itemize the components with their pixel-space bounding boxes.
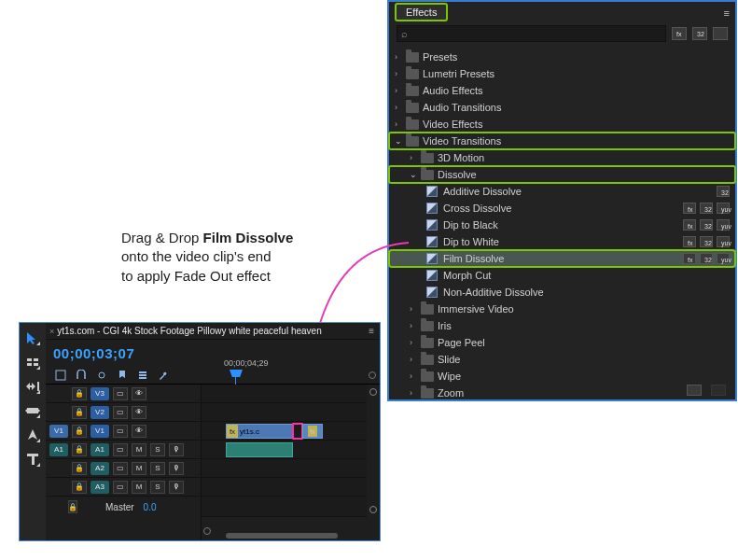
audio-clip[interactable] (226, 442, 293, 457)
close-seq-icon[interactable]: × (49, 327, 54, 336)
chevron-down-icon[interactable]: ⌄ (410, 170, 419, 179)
horizontal-scrollbar[interactable] (226, 533, 338, 539)
lane-a3[interactable] (202, 478, 367, 497)
voiceover-icon[interactable]: 🎙 (169, 481, 184, 494)
effects-folder-immersive-video[interactable]: ›Immersive Video (389, 301, 735, 317)
chevron-right-icon[interactable]: › (410, 304, 419, 314)
video-clip[interactable]: fx yt1s.c (226, 424, 293, 439)
type-tool-icon[interactable] (25, 452, 40, 467)
voiceover-icon[interactable]: 🎙 (169, 462, 184, 475)
timeline-canvas[interactable]: fx yt1s.c fx (201, 385, 380, 540)
effect-item-non-additive-dissolve[interactable]: Non-Additive Dissolve (389, 284, 735, 301)
effects-folder-iris[interactable]: ›Iris (389, 317, 735, 334)
effects-folder-wipe[interactable]: ›Wipe (389, 368, 735, 385)
panel-menu-icon[interactable]: ≡ (724, 7, 730, 19)
delete-icon[interactable] (711, 385, 726, 396)
lane-a2[interactable] (202, 459, 367, 478)
track-header-v1[interactable]: V1 🔒 V1 ▭ 👁 (46, 422, 201, 441)
chevron-right-icon[interactable]: › (395, 86, 404, 95)
effects-folder-video-transitions[interactable]: ⌄Video Transitions (389, 133, 735, 149)
slip-tool-icon[interactable] (25, 403, 40, 418)
chevron-right-icon[interactable]: › (410, 371, 419, 381)
markers-icon[interactable] (117, 370, 128, 381)
chevron-right-icon[interactable]: › (410, 338, 419, 347)
lock-icon[interactable]: 🔒 (72, 481, 87, 494)
toggle-output-icon[interactable]: ▭ (113, 387, 128, 400)
effects-folder-audio-effects[interactable]: ›Audio Effects (389, 82, 735, 99)
track-header-v2[interactable]: V1 🔒 V2 ▭ 👁 (46, 403, 201, 422)
timeline-panel-menu-icon[interactable]: ≡ (369, 326, 374, 336)
effect-item-dip-to-black[interactable]: Dip to Black (389, 217, 735, 233)
effect-item-cross-dissolve[interactable]: Cross Dissolve (389, 200, 735, 217)
toggle-output-icon[interactable]: ▭ (113, 462, 128, 475)
master-value[interactable]: 0.0 (144, 502, 157, 512)
chevron-right-icon[interactable]: › (395, 69, 404, 78)
32bit-icon[interactable] (692, 27, 707, 40)
effect-item-morph-cut[interactable]: Morph Cut (389, 267, 735, 284)
source-patch-a1[interactable]: A1 (49, 443, 68, 456)
new-bin-icon[interactable] (687, 385, 702, 396)
pen-tool-icon[interactable] (25, 427, 40, 442)
eye-icon[interactable]: 👁 (132, 406, 146, 419)
track-header-a1[interactable]: A1 🔒 A1 ▭ M S 🎙 (46, 441, 201, 459)
lock-icon[interactable]: 🔒 (68, 500, 77, 513)
chevron-right-icon[interactable]: › (395, 119, 404, 129)
lane-v3[interactable] (202, 385, 367, 403)
chevron-right-icon[interactable]: › (410, 321, 419, 330)
toggle-output-icon[interactable]: ▭ (113, 481, 128, 494)
track-header-a3[interactable]: A1 🔒 A3 ▭ M S 🎙 (46, 478, 201, 497)
lock-icon[interactable]: 🔒 (72, 443, 87, 456)
effects-folder-lumetri-presets[interactable]: ›Lumetri Presets (389, 65, 735, 82)
toggle-output-icon[interactable]: ▭ (113, 443, 128, 456)
chevron-right-icon[interactable]: › (410, 355, 419, 364)
ripple-edit-tool-icon[interactable] (25, 379, 40, 394)
chevron-right-icon[interactable]: › (410, 388, 419, 398)
track-header-v3[interactable]: V1 🔒 V3 ▭ 👁 (46, 385, 201, 403)
effects-folder-video-effects[interactable]: ›Video Effects (389, 116, 735, 133)
wrench-icon[interactable] (158, 370, 169, 381)
chevron-right-icon[interactable]: › (410, 153, 419, 162)
mute-button[interactable]: M (132, 443, 146, 456)
playhead-timecode[interactable]: 00;00;03;07 (53, 345, 201, 361)
vscroll-bot-dot[interactable] (369, 506, 377, 513)
lane-v1[interactable]: fx yt1s.c fx (202, 422, 367, 441)
scroll-indicator[interactable] (369, 371, 376, 379)
effects-folder-presets[interactable]: ›Presets (389, 49, 735, 65)
mute-button[interactable]: M (132, 462, 146, 475)
mute-button[interactable]: M (132, 481, 146, 494)
yuv-icon[interactable] (713, 27, 728, 40)
effects-search-input[interactable]: ⌕ (397, 25, 666, 42)
zoom-out-icon[interactable] (203, 527, 211, 535)
lane-master[interactable] (202, 497, 367, 517)
linked-selection-icon[interactable] (96, 370, 107, 381)
solo-button[interactable]: S (150, 443, 165, 456)
snap-icon[interactable] (76, 370, 87, 381)
chevron-right-icon[interactable]: › (395, 103, 404, 112)
solo-button[interactable]: S (150, 481, 165, 494)
toggle-output-icon[interactable]: ▭ (113, 406, 128, 419)
lock-icon[interactable]: 🔒 (72, 387, 87, 400)
vscroll-top-dot[interactable] (369, 388, 377, 396)
effects-folder-page-peel[interactable]: ›Page Peel (389, 334, 735, 351)
video-clip-tail[interactable]: fx (302, 424, 323, 439)
effects-folder-dissolve[interactable]: ⌄Dissolve (389, 166, 735, 183)
source-patch-v1[interactable]: V1 (49, 425, 68, 438)
effects-folder-zoom[interactable]: ›Zoom (389, 385, 735, 401)
settings-icon[interactable] (137, 370, 148, 381)
solo-button[interactable]: S (150, 462, 165, 475)
lock-icon[interactable]: 🔒 (72, 406, 87, 419)
sequence-tab[interactable]: yt1s.com - CGI 4k Stock Footage Pillowy … (57, 326, 321, 336)
accelerated-fx-icon[interactable] (672, 27, 687, 40)
lane-v2[interactable] (202, 403, 367, 422)
voiceover-icon[interactable]: 🎙 (169, 443, 184, 456)
eye-icon[interactable]: 👁 (132, 425, 146, 438)
track-header-a2[interactable]: A1 🔒 A2 ▭ M S 🎙 (46, 459, 201, 478)
track-select-tool-icon[interactable] (25, 355, 40, 370)
chevron-right-icon[interactable]: › (395, 52, 404, 62)
eye-icon[interactable]: 👁 (132, 387, 146, 400)
effects-folder-3d-motion[interactable]: ›3D Motion (389, 149, 735, 166)
effect-item-additive-dissolve[interactable]: Additive Dissolve (389, 183, 735, 200)
effects-folder-audio-transitions[interactable]: ›Audio Transitions (389, 99, 735, 116)
effects-folder-slide[interactable]: ›Slide (389, 351, 735, 368)
nest-toggle-icon[interactable] (55, 370, 66, 381)
